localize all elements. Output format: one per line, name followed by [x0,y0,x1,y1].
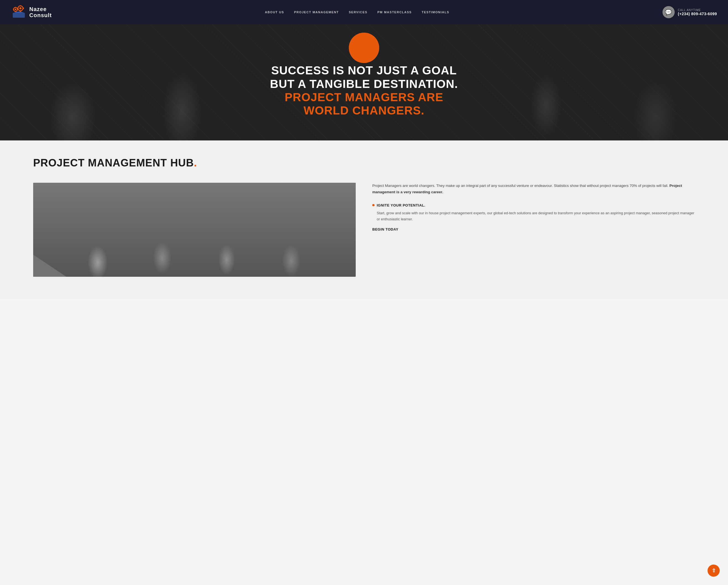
nav-about-us[interactable]: ABOUT US [265,10,284,14]
hero-headline-orange: PROJECT MANAGERS ARE WORLD CHANGERS. [285,91,443,117]
intro-text-plain: Project Managers are world changers. The… [372,184,668,188]
nav-services[interactable]: SERVICES [349,10,367,14]
bullet-header-1: IGNITE YOUR POTENTIAL. [372,203,695,207]
nav-project-management[interactable]: PROJECT MANAGEMENT [294,10,339,14]
site-header: Nazee Consult ABOUT US PROJECT MANAGEMEN… [0,0,728,24]
contact-area: 💬 CALL ANYTIME (+234) 809-473-6099 [662,6,717,18]
svg-rect-5 [13,9,14,10]
intro-paragraph: Project Managers are world changers. The… [372,183,695,196]
logo[interactable]: Nazee Consult [11,4,52,20]
content-image-area [33,183,356,277]
section-title-text: PROJECT MANAGEMENT HUB [33,157,194,169]
logo-icon [11,4,27,20]
svg-rect-4 [15,11,16,12]
bullet-title-1: IGNITE YOUR POTENTIAL. [377,203,425,207]
call-anytime-label: CALL ANYTIME [678,8,717,11]
svg-rect-0 [13,13,25,18]
nav-testimonials[interactable]: TESTIMONIALS [422,10,449,14]
bullet-item-1: IGNITE YOUR POTENTIAL. Start, grow and s… [372,203,695,222]
image-orange-corner [33,255,66,277]
team-image [33,183,356,277]
hero-headline: SUCCESS IS NOT JUST A GOAL BUT A TANGIBL… [262,64,466,117]
svg-rect-9 [20,5,21,7]
bullet-desc-1: Start, grow and scale with our in house … [372,210,695,222]
phone-number: (+234) 809-473-6099 [678,11,717,16]
logo-consult: Consult [29,12,52,18]
hero-headline-white: SUCCESS IS NOT JUST A GOAL BUT A TANGIBL… [270,64,458,90]
hero-orange-circle [349,33,379,63]
svg-rect-11 [18,7,19,9]
section-title: PROJECT MANAGEMENT HUB. [33,157,695,169]
bullet-dot-1 [372,204,374,206]
hero-content: SUCCESS IS NOT JUST A GOAL BUT A TANGIBL… [256,64,472,117]
main-content-section: PROJECT MANAGEMENT HUB. Project Managers… [0,141,728,299]
hero-section: SUCCESS IS NOT JUST A GOAL BUT A TANGIBL… [0,24,728,141]
chat-icon[interactable]: 💬 [662,6,675,18]
content-grid: Project Managers are world changers. The… [33,183,695,277]
content-text-area: Project Managers are world changers. The… [372,183,695,231]
svg-rect-10 [20,11,21,12]
section-title-dot: . [194,157,197,169]
nav-pm-masterclass[interactable]: PM MASTERCLASS [377,10,412,14]
main-nav: ABOUT US PROJECT MANAGEMENT SERVICES PM … [265,10,449,14]
svg-point-8 [19,7,22,9]
svg-point-2 [15,8,16,10]
svg-rect-3 [15,7,16,8]
logo-name: Nazee [29,6,52,12]
svg-rect-12 [23,7,24,9]
begin-today-label: BEGIN TODAY [372,227,695,231]
